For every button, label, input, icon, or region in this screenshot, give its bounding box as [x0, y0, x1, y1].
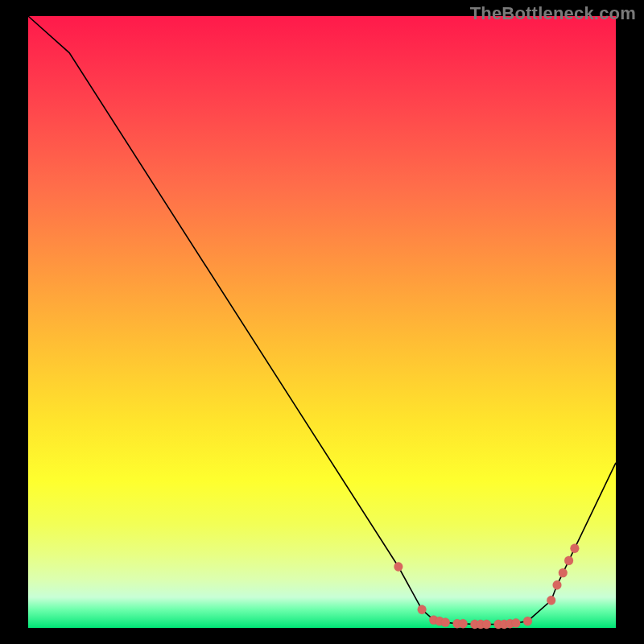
curve-layer — [28, 16, 616, 624]
marker-dot — [564, 556, 573, 565]
marker-dot — [459, 619, 468, 628]
marker-dot — [511, 618, 520, 627]
bottleneck-curve-line — [28, 16, 616, 624]
marker-dot — [523, 617, 532, 625]
marker-dot — [547, 596, 555, 605]
chart-frame: TheBottleneck.com — [0, 0, 644, 644]
marker-dot — [394, 562, 402, 571]
marker-dot — [570, 544, 579, 553]
plot-svg — [28, 16, 616, 628]
watermark-text: TheBottleneck.com — [470, 3, 636, 24]
plot-area — [28, 16, 616, 628]
marker-dot — [559, 568, 568, 577]
marker-dots-group — [394, 544, 579, 630]
marker-dot — [418, 605, 427, 614]
right-border — [616, 16, 644, 628]
marker-dot — [482, 620, 491, 629]
left-border — [0, 16, 28, 628]
bottom-border — [0, 628, 644, 644]
marker-dot — [441, 617, 450, 626]
marker-dot — [553, 580, 562, 589]
